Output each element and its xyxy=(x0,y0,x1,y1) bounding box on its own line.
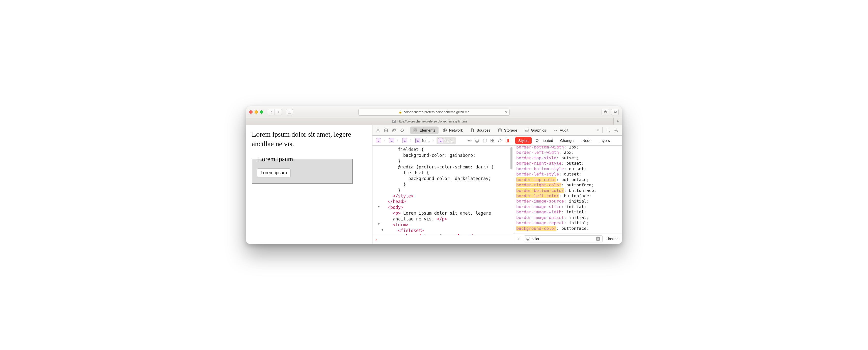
styles-tab-changes[interactable]: Changes xyxy=(557,137,578,144)
style-property-row[interactable]: border-image-slice: initial; xyxy=(513,204,622,209)
close-devtools-icon[interactable] xyxy=(374,127,381,134)
print-icon[interactable] xyxy=(474,137,481,144)
style-property-value: 2px xyxy=(569,146,577,149)
svg-rect-16 xyxy=(416,130,417,132)
close-window-button[interactable] xyxy=(249,110,253,114)
share-button[interactable] xyxy=(601,109,609,115)
clear-filter-icon[interactable]: ✕ xyxy=(596,237,600,241)
style-property-value: initial xyxy=(569,215,587,220)
tab-graphics[interactable]: Graphics xyxy=(521,126,549,134)
semicolon: ; xyxy=(594,188,596,193)
style-property-value: initial xyxy=(569,221,587,225)
semicolon: ; xyxy=(589,194,591,198)
style-property-row[interactable]: border-bottom-style: outset; xyxy=(513,166,622,172)
console-prompt[interactable]: › xyxy=(372,235,513,244)
style-property-row[interactable]: border-bottom-width: 2px; xyxy=(513,146,622,150)
svg-rect-34 xyxy=(483,139,486,140)
svg-rect-32 xyxy=(476,141,478,142)
page-button[interactable]: Lorem ipsum xyxy=(257,169,291,177)
tab-sources[interactable]: Sources xyxy=(467,126,494,134)
safari-window: 🔒 color-scheme-prefers-color-scheme.glit… xyxy=(246,106,622,244)
src-line: </style> xyxy=(393,194,413,199)
inspect-element-icon[interactable] xyxy=(399,127,406,134)
colon: : xyxy=(564,188,569,193)
dock-bottom-icon[interactable] xyxy=(382,127,390,134)
disclosure-triangle-icon[interactable]: ▼ xyxy=(381,228,383,232)
tab-network[interactable]: Network xyxy=(439,126,466,134)
dock-detach-icon[interactable] xyxy=(391,127,398,134)
style-property-name: border-image-outset xyxy=(516,215,564,220)
chevron-right-icon: 〉 xyxy=(432,138,436,143)
disclosure-triangle-icon[interactable]: ▼ xyxy=(378,205,380,209)
style-property-row[interactable]: border-right-color: buttonface; xyxy=(513,182,622,187)
colon: : xyxy=(561,161,566,166)
styles-properties-list[interactable]: border-bottom-width: 2px;border-left-wid… xyxy=(513,146,622,234)
disclosure-triangle-icon[interactable]: ▼ xyxy=(378,223,380,226)
devtools: Elements Network Sources Storage Graphic… xyxy=(372,125,622,244)
styles-filter-field[interactable]: ✕ xyxy=(524,235,602,242)
rulers-icon[interactable] xyxy=(466,137,473,144)
style-property-row[interactable]: border-top-style: outset; xyxy=(513,155,622,161)
show-tabs-button[interactable] xyxy=(611,109,619,115)
address-host: color-scheme-prefers-color-scheme.glitch… xyxy=(404,110,470,114)
grid-icon[interactable] xyxy=(489,137,496,144)
new-tab-button[interactable]: ＋ xyxy=(614,118,622,125)
tab-storage[interactable]: Storage xyxy=(495,126,521,134)
add-rule-icon[interactable]: ＋ xyxy=(516,236,522,242)
tab-title: https://color-scheme-prefers-color-schem… xyxy=(397,120,467,123)
style-property-row[interactable]: border-image-source: initial; xyxy=(513,199,622,204)
devtools-search-icon[interactable] xyxy=(604,127,612,134)
crumb-4[interactable]: Ebutton xyxy=(436,137,456,144)
style-property-row[interactable]: border-bottom-color: buttonface; xyxy=(513,188,622,193)
style-property-name: border-top-style xyxy=(516,155,556,161)
style-property-value: 2px xyxy=(564,150,571,155)
styles-tab-styles[interactable]: Styles xyxy=(515,137,532,144)
styles-tab-layers[interactable]: Layers xyxy=(595,137,613,144)
zoom-window-button[interactable] xyxy=(260,110,263,114)
src-line: background-color: gainsboro; xyxy=(382,153,475,158)
style-property-name: border-left-width xyxy=(516,150,559,155)
styles-panel: Styles Computed Changes Node Layers bord… xyxy=(513,136,622,244)
style-property-row[interactable]: border-right-style: outset; xyxy=(513,161,622,166)
chevron-right-icon: 〉 xyxy=(396,138,400,143)
sidebar-toggle-button[interactable] xyxy=(286,109,293,115)
dom-source[interactable]: fieldset { background-color: gainsboro; … xyxy=(372,146,513,235)
style-property-row[interactable]: border-left-width: 2px; xyxy=(513,150,622,155)
styles-filter-input[interactable] xyxy=(532,237,594,241)
devtools-tabbar: Elements Network Sources Storage Graphic… xyxy=(372,125,622,136)
devtools-settings-icon[interactable] xyxy=(613,127,620,134)
style-property-row[interactable]: border-image-repeat: initial; xyxy=(513,220,622,226)
style-property-row[interactable]: border-left-style: outset; xyxy=(513,172,622,177)
chevron-right-icon: 〉 xyxy=(383,138,387,143)
colon: : xyxy=(561,204,566,209)
svg-rect-38 xyxy=(493,141,494,142)
minimize-window-button[interactable] xyxy=(255,110,258,114)
device-icon[interactable] xyxy=(481,137,488,144)
tabs-overflow-icon[interactable]: » xyxy=(596,127,600,133)
style-property-value: initial xyxy=(566,210,584,214)
style-property-name: border-image-source xyxy=(516,199,564,204)
tab-graphics-label: Graphics xyxy=(531,128,546,132)
forward-button[interactable] xyxy=(275,109,282,115)
reload-icon[interactable]: ⟳ xyxy=(505,110,507,114)
back-button[interactable] xyxy=(268,109,275,115)
crumb-3[interactable]: Efiel… xyxy=(414,137,432,144)
style-property-row[interactable]: background-color: buttonface; xyxy=(513,226,622,231)
svg-rect-36 xyxy=(493,139,494,140)
browser-tab[interactable]: C https://color-scheme-prefers-color-sch… xyxy=(246,118,614,125)
style-property-row[interactable]: border-image-outset: initial; xyxy=(513,215,622,220)
tab-elements[interactable]: Elements xyxy=(410,126,438,134)
tab-audit[interactable]: Audit xyxy=(550,126,571,134)
styles-tab-computed[interactable]: Computed xyxy=(533,137,556,144)
style-property-row[interactable]: border-top-color: buttonface; xyxy=(513,177,622,182)
address-bar[interactable]: 🔒 color-scheme-prefers-color-scheme.glit… xyxy=(358,109,510,116)
crumb-1[interactable]: E xyxy=(388,137,396,144)
crumb-2[interactable]: E xyxy=(401,137,409,144)
classes-toggle[interactable]: Classes xyxy=(604,237,619,241)
style-property-row[interactable]: border-image-width: initial; xyxy=(513,209,622,215)
style-property-row[interactable]: border-left-color: buttonface; xyxy=(513,193,622,199)
paintbrush-icon[interactable] xyxy=(496,137,503,144)
styles-tab-node[interactable]: Node xyxy=(579,137,594,144)
crumb-0[interactable]: E xyxy=(374,137,382,144)
styles-sidebar-toggle-icon[interactable] xyxy=(504,137,511,144)
